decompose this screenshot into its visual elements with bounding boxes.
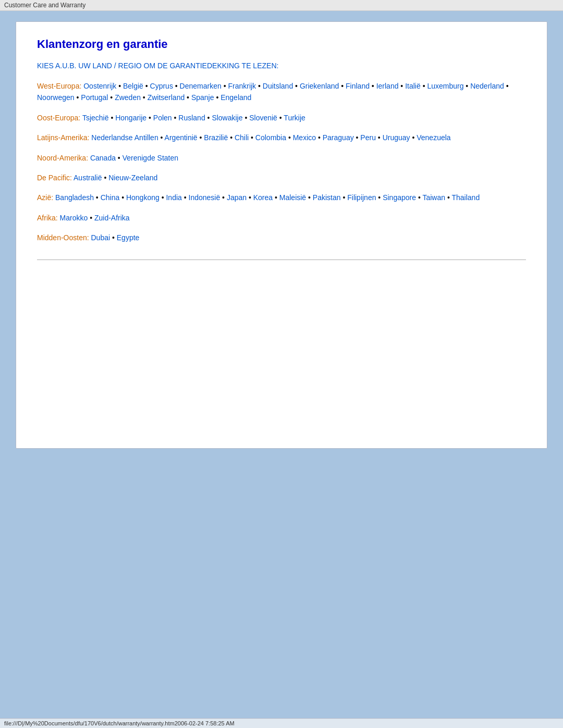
country-link-singapore[interactable]: Singapore bbox=[383, 193, 416, 202]
separator: • bbox=[370, 82, 376, 90]
country-link-chili[interactable]: Chili bbox=[235, 133, 249, 142]
country-link-argentinië[interactable]: Argentinië bbox=[165, 133, 198, 142]
region-links-oost-europa: Tsjechië • Hongarije • Polen • Rusland •… bbox=[82, 114, 305, 122]
country-link-belgië[interactable]: België bbox=[123, 82, 143, 90]
separator: • bbox=[306, 193, 313, 202]
country-link-duitsland[interactable]: Duitsland bbox=[263, 82, 293, 90]
country-link-bangladesh[interactable]: Bangladesh bbox=[55, 193, 94, 202]
country-link-maleisië[interactable]: Maleisië bbox=[279, 193, 306, 202]
region-links-azie: Bangladesh • China • Hongkong • India • … bbox=[55, 193, 480, 202]
separator: • bbox=[119, 193, 126, 202]
separator: • bbox=[463, 82, 470, 90]
subtitle: KIES A.U.B. UW LAND / REGIO OM DE GARANT… bbox=[37, 61, 526, 70]
country-link-filipijnen[interactable]: Filipijnen bbox=[347, 193, 376, 202]
separator: • bbox=[214, 93, 221, 102]
divider bbox=[37, 260, 526, 260]
separator: • bbox=[376, 133, 383, 142]
separator: • bbox=[376, 193, 383, 202]
country-link-griekenland[interactable]: Griekenland bbox=[300, 82, 339, 90]
country-link-denemarken[interactable]: Denemarken bbox=[180, 82, 222, 90]
separator: • bbox=[354, 133, 361, 142]
country-link-italië[interactable]: Italië bbox=[405, 82, 421, 90]
separator: • bbox=[182, 193, 189, 202]
region-azie: Azië: Bangladesh • China • Hongkong • In… bbox=[37, 192, 526, 203]
separator: • bbox=[205, 114, 212, 122]
country-link-spanje[interactable]: Spanje bbox=[191, 93, 214, 102]
separator: • bbox=[116, 154, 123, 162]
separator: • bbox=[75, 93, 81, 102]
country-link-marokko[interactable]: Marokko bbox=[60, 214, 88, 222]
country-link-nederlandse-antillen[interactable]: Nederlandse Antillen bbox=[91, 133, 158, 142]
separator: • bbox=[198, 133, 204, 142]
country-link-cyprus[interactable]: Cyprus bbox=[150, 82, 173, 90]
country-link-egypte[interactable]: Egypte bbox=[117, 233, 140, 242]
separator: • bbox=[88, 214, 94, 222]
country-link-china[interactable]: China bbox=[101, 193, 120, 202]
country-link-zwitserland[interactable]: Zwitserland bbox=[148, 93, 185, 102]
country-link-hongkong[interactable]: Hongkong bbox=[126, 193, 160, 202]
region-label-west-europa: West-Europa: bbox=[37, 82, 83, 90]
country-link-noorwegen[interactable]: Noorwegen bbox=[37, 93, 75, 102]
country-link-japan[interactable]: Japan bbox=[227, 193, 247, 202]
country-link-ierland[interactable]: Ierland bbox=[376, 82, 399, 90]
country-link-india[interactable]: India bbox=[166, 193, 181, 202]
country-link-finland[interactable]: Finland bbox=[346, 82, 370, 90]
region-links-latijns-amerika: Nederlandse Antillen • Argentinië • Braz… bbox=[91, 133, 450, 142]
country-link-hongarije[interactable]: Hongarije bbox=[115, 114, 146, 122]
country-link-zuid-afrika[interactable]: Zuid-Afrika bbox=[94, 214, 130, 222]
separator: • bbox=[173, 82, 180, 90]
region-latijns-amerika: Latijns-Amerika: Nederlandse Antillen • … bbox=[37, 132, 526, 143]
region-links-noord-amerika: Canada • Verenigde Staten bbox=[90, 154, 178, 162]
country-link-paraguay[interactable]: Paraguay bbox=[323, 133, 354, 142]
separator: • bbox=[416, 193, 422, 202]
country-link-luxemburg[interactable]: Luxemburg bbox=[427, 82, 463, 90]
region-afrika: Afrika: Marokko • Zuid-Afrika bbox=[37, 212, 526, 224]
country-link-frankrijk[interactable]: Frankrijk bbox=[228, 82, 256, 90]
country-link-thailand[interactable]: Thailand bbox=[451, 193, 480, 202]
country-link-engeland[interactable]: Engeland bbox=[221, 93, 251, 102]
page-title: Klantenzorg en garantie bbox=[37, 38, 526, 51]
separator: • bbox=[141, 93, 148, 102]
country-link-turkije[interactable]: Turkije bbox=[284, 114, 305, 122]
status-bar-text: file:///D|/My%20Documents/dfu/170V6/dutc… bbox=[4, 720, 235, 726]
country-link-australië[interactable]: Australië bbox=[74, 174, 102, 182]
country-link-dubai[interactable]: Dubai bbox=[91, 233, 111, 242]
separator: • bbox=[110, 233, 117, 242]
title-bar-label: Customer Care and Warranty bbox=[4, 2, 85, 9]
region-west-europa: West-Europa: Oostenrijk • België • Cypru… bbox=[37, 80, 526, 104]
country-link-tsjechië[interactable]: Tsjechië bbox=[82, 114, 109, 122]
country-link-uruguay[interactable]: Uruguay bbox=[383, 133, 410, 142]
country-link-canada[interactable]: Canada bbox=[90, 154, 116, 162]
country-link-pakistan[interactable]: Pakistan bbox=[313, 193, 341, 202]
region-links-afrika: Marokko • Zuid-Afrika bbox=[60, 214, 130, 222]
country-link-venezuela[interactable]: Venezuela bbox=[417, 133, 450, 142]
country-link-zweden[interactable]: Zweden bbox=[115, 93, 141, 102]
main-container: Klantenzorg en garantie KIES A.U.B. UW L… bbox=[16, 21, 547, 449]
country-link-brazilië[interactable]: Brazilië bbox=[204, 133, 228, 142]
country-link-slowakije[interactable]: Slowakije bbox=[212, 114, 242, 122]
country-link-nieuw-zeeland[interactable]: Nieuw-Zeeland bbox=[108, 174, 157, 182]
separator: • bbox=[316, 133, 323, 142]
region-label-midden-oosten: Midden-Oosten: bbox=[37, 233, 91, 242]
region-de-pacific: De Pacific: Australië • Nieuw-Zeeland bbox=[37, 172, 526, 183]
country-link-mexico[interactable]: Mexico bbox=[293, 133, 316, 142]
separator: • bbox=[410, 133, 417, 142]
country-link-slovenië[interactable]: Slovenië bbox=[249, 114, 277, 122]
country-link-rusland[interactable]: Rusland bbox=[178, 114, 205, 122]
country-link-portugal[interactable]: Portugal bbox=[81, 93, 108, 102]
country-link-taiwan[interactable]: Taiwan bbox=[422, 193, 445, 202]
separator: • bbox=[398, 82, 405, 90]
country-link-oostenrijk[interactable]: Oostenrijk bbox=[83, 82, 116, 90]
country-link-peru[interactable]: Peru bbox=[360, 133, 376, 142]
country-link-korea[interactable]: Korea bbox=[253, 193, 273, 202]
separator: • bbox=[273, 193, 279, 202]
separator: • bbox=[222, 82, 228, 90]
country-link-polen[interactable]: Polen bbox=[153, 114, 172, 122]
country-link-indonesië[interactable]: Indonesië bbox=[189, 193, 221, 202]
country-link-nederland[interactable]: Nederland bbox=[470, 82, 504, 90]
region-oost-europa: Oost-Europa: Tsjechië • Hongarije • Pole… bbox=[37, 112, 526, 124]
country-link-verenigde-staten[interactable]: Verenigde Staten bbox=[123, 154, 178, 162]
separator: • bbox=[286, 133, 293, 142]
separator: • bbox=[116, 82, 123, 90]
country-link-colombia[interactable]: Colombia bbox=[255, 133, 286, 142]
